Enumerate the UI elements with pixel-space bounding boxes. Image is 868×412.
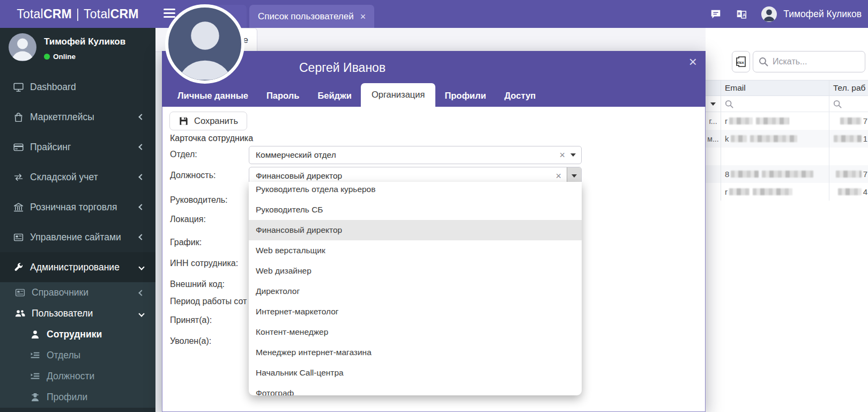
- retail-icon: [11, 202, 25, 213]
- redacted-block: [834, 135, 862, 142]
- form-label: ИНН сотрудника:: [170, 259, 238, 268]
- chevron-left-icon: [138, 234, 144, 240]
- sidebar-item-retail[interactable]: Розничная торговля: [0, 192, 155, 222]
- sidebar-item-directories[interactable]: Справочники: [0, 282, 155, 303]
- sidebar-item-marketplace[interactable]: Маркетплейсы: [0, 102, 155, 132]
- modal-tab-пароль[interactable]: Пароль: [257, 85, 308, 107]
- dropdown-option[interactable]: Интернет-маркетолог: [249, 301, 582, 322]
- email-filter-input[interactable]: [721, 96, 829, 112]
- modal-tab-организация[interactable]: Организация: [361, 83, 436, 107]
- cell-name: г...: [706, 112, 721, 130]
- modal-tab-личные-данные[interactable]: Личные данные: [168, 85, 257, 107]
- app-screen: ые xlsx Email Тел. раб: [0, 0, 868, 412]
- sidebar-item-sites[interactable]: Управление сайтами: [0, 222, 155, 252]
- dropdown-option[interactable]: Начальник Call-центра: [249, 363, 582, 383]
- user-list-panel: xlsx Email Тел. раб: [706, 28, 868, 412]
- col-header-phone: Тел. раб: [829, 80, 868, 95]
- dropdown-option[interactable]: Web дизайнер: [249, 261, 582, 281]
- sidebar-item-users[interactable]: Пользователи: [0, 303, 155, 324]
- dropdown-option[interactable]: Менеджер интернет-магазина: [249, 342, 582, 363]
- cell-phone: [829, 148, 868, 165]
- form-label: Руководитель:: [170, 195, 228, 205]
- departments-icon: [28, 350, 42, 361]
- xlsx-icon: xlsx: [735, 55, 747, 68]
- sidebar-item-positions[interactable]: Должности: [0, 366, 155, 387]
- department-label: Отдел:: [170, 150, 197, 159]
- sidebar-item-profiles[interactable]: Профили: [0, 387, 155, 408]
- sidebar-item-dashboard[interactable]: Dashboard: [0, 72, 155, 102]
- app-logo[interactable]: TotalCRM | TotalCRM: [0, 0, 155, 28]
- sidebar-item-departments[interactable]: Отделы: [0, 345, 155, 366]
- cell-name: [706, 165, 721, 183]
- hamburger-menu-icon[interactable]: [164, 9, 175, 18]
- pricing-icon: [11, 142, 25, 153]
- translate-icon[interactable]: Aя: [736, 8, 747, 20]
- table-row[interactable]: [706, 148, 868, 165]
- modal-tab-доступ[interactable]: Доступ: [495, 85, 545, 107]
- dropdown-option[interactable]: Web верстальщик: [249, 240, 582, 261]
- dropdown-option[interactable]: Фотограф: [249, 383, 582, 395]
- redacted-block: [753, 188, 792, 195]
- sidebar-item-label: Пользователи: [32, 308, 93, 319]
- dropdown-option[interactable]: Финансовый директор: [249, 220, 582, 240]
- form-label: Внешний код:: [170, 279, 225, 289]
- header-user-menu[interactable]: Тимофей Куликов: [761, 6, 862, 22]
- users-icon: [13, 308, 27, 319]
- redacted-block: [840, 117, 862, 124]
- sidebar-item-pricing[interactable]: Прайсинг: [0, 132, 155, 162]
- caret-down-icon: [710, 102, 716, 106]
- user-search-box[interactable]: [753, 51, 865, 72]
- filter-dropdown-button[interactable]: [706, 96, 721, 112]
- table-row[interactable]: r4: [706, 183, 868, 201]
- header-tab[interactable]: Список пользователей×: [249, 5, 374, 28]
- chevron-left-icon: [138, 290, 144, 296]
- sidebar-item-label: Отделы: [47, 350, 80, 361]
- form-label: Локация:: [170, 215, 206, 224]
- warehouse-icon: [11, 172, 25, 183]
- redacted-block: [750, 135, 797, 142]
- clear-icon[interactable]: ×: [554, 150, 570, 161]
- form-label: Принят(а):: [170, 315, 212, 325]
- admin-icon: [11, 262, 25, 273]
- redacted-block: [836, 171, 862, 178]
- chevron-left-icon: [138, 114, 144, 120]
- close-icon[interactable]: ×: [360, 12, 366, 21]
- dropdown-option[interactable]: Директолог: [249, 281, 582, 301]
- table-row[interactable]: 87: [706, 165, 868, 183]
- sidebar-item-label: Складской учет: [30, 172, 98, 183]
- modal-tab-профили[interactable]: Профили: [435, 85, 495, 107]
- modal-tab-бейджи[interactable]: Бейджи: [308, 85, 361, 107]
- employee-modal-tabs: Личные данныеПарольБейджиОрганизацияПроф…: [168, 83, 545, 107]
- dropdown-option[interactable]: Руководитель отдела курьеров: [249, 182, 582, 200]
- employee-avatar: [165, 4, 244, 84]
- department-combobox[interactable]: Коммерческий отдел ×: [249, 146, 582, 164]
- chat-icon[interactable]: [710, 8, 722, 20]
- sidebar-item-employee[interactable]: Сотрудники: [0, 324, 155, 345]
- sidebar-item-label: Администрирование: [30, 262, 120, 273]
- sidebar-item-warehouse[interactable]: Складской учет: [0, 162, 155, 192]
- phone-filter-input[interactable]: [829, 96, 868, 112]
- sidebar-item-label: Маркетплейсы: [30, 112, 94, 123]
- sidebar-user-name: Тимофей Куликов: [44, 36, 125, 47]
- svg-text:A: A: [743, 12, 746, 17]
- sidebar-user-status: Online: [44, 53, 76, 61]
- dashboard-icon: [11, 82, 25, 93]
- sidebar-item-label: Dashboard: [30, 82, 76, 93]
- dropdown-option[interactable]: Руководитель СБ: [249, 200, 582, 220]
- table-row[interactable]: м...k1: [706, 130, 868, 148]
- clear-icon[interactable]: ×: [550, 171, 567, 182]
- save-button[interactable]: Сохранить: [169, 112, 247, 130]
- directories-icon: [13, 287, 27, 298]
- dropdown-option[interactable]: Контент-менеджер: [249, 322, 582, 342]
- user-table-rows: г...r7м...k187r4: [706, 112, 868, 201]
- avatar: [9, 33, 36, 61]
- caret-down-icon[interactable]: [570, 153, 576, 157]
- sidebar-item-admin[interactable]: Администрирование: [0, 252, 155, 282]
- employee-modal-title: Сергей Иванов: [299, 61, 385, 75]
- export-xlsx-button[interactable]: xlsx: [732, 51, 750, 72]
- sidebar-item-label: Прайсинг: [30, 142, 71, 153]
- sidebar-item-label: Справочники: [32, 287, 88, 298]
- table-row[interactable]: г...r7: [706, 112, 868, 130]
- user-search-input[interactable]: [773, 57, 848, 67]
- close-icon[interactable]: ×: [689, 52, 697, 71]
